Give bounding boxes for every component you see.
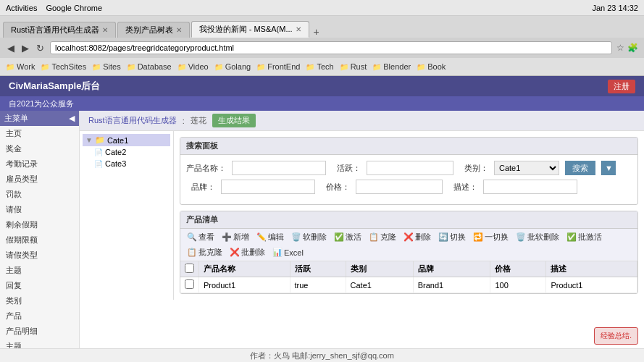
product-list-header: 产品清单 <box>180 211 637 229</box>
table-row: Product1 true Cate1 Brand1 100 Product1 <box>180 277 637 293</box>
tab-0-close[interactable]: ✕ <box>102 26 108 34</box>
sidebar-collapse-icon[interactable]: ◀ <box>69 114 75 123</box>
row-desc: Product1 <box>546 277 637 293</box>
bookmark-book-label: Book <box>427 62 446 71</box>
sidebar-item-leave[interactable]: 请假 <box>0 202 79 217</box>
tab-add-button[interactable]: + <box>311 26 322 38</box>
col-desc: 描述 <box>546 261 637 277</box>
brand-label: 品牌： <box>186 182 215 193</box>
tree-child-cate3[interactable]: 📄 Cate3 <box>91 158 170 169</box>
tree-toggle-icon[interactable]: ▼ <box>85 136 93 144</box>
bookmark-techsites[interactable]: 📁 TechSites <box>41 62 86 71</box>
sidebar-item-fine[interactable]: 罚款 <box>0 187 79 202</box>
price-input[interactable] <box>356 180 443 194</box>
row-checkbox[interactable] <box>185 279 194 289</box>
bookmark-database-label: Database <box>138 62 172 71</box>
toolbar-view-btn[interactable]: 🔍 查看 <box>185 231 217 243</box>
desc-input[interactable] <box>483 180 577 194</box>
right-panels: 搜索面板 产品名称： 活跃： 类别： Cate1 <box>174 131 644 300</box>
os-activities[interactable]: Activities <box>6 4 37 12</box>
bookmark-work[interactable]: 📁 Work <box>6 62 35 71</box>
search-button[interactable]: 搜索 <box>565 161 595 175</box>
reload-button[interactable]: ↻ <box>35 43 46 54</box>
sidebar-item-category[interactable]: 类别 <box>0 293 79 308</box>
tab-1-close[interactable]: ✕ <box>176 26 182 34</box>
register-button[interactable]: 注册 <box>608 80 635 93</box>
app-sub-header: 自2021为公众服务 <box>0 96 644 111</box>
bookmark-video-label: Video <box>188 62 209 71</box>
toolbar-toggle-btn[interactable]: 🔄 切换 <box>436 231 468 243</box>
tree-child-cate2[interactable]: 📄 Cate2 <box>91 146 170 158</box>
product-name-input[interactable] <box>232 161 326 175</box>
brand-input[interactable] <box>221 180 315 194</box>
product-table: 产品名称 活跃 类别 品牌 价格 描述 <box>180 261 637 293</box>
bookmark-rust-label: Rust <box>351 62 367 71</box>
sidebar-item-home[interactable]: 主页 <box>0 126 79 141</box>
sidebar-item-leave-type[interactable]: 请假类型 <box>0 248 79 263</box>
sidebar-item-product-detail[interactable]: 产品明细 <box>0 324 79 339</box>
sidebar-item-topic1[interactable]: 主题 <box>0 263 79 278</box>
bookmark-database[interactable]: 📁 Database <box>127 62 172 71</box>
watermark-text: 经验总结. <box>601 332 632 340</box>
folder-icon: 📁 <box>340 63 348 71</box>
tab-2-close[interactable]: ✕ <box>296 25 301 33</box>
bookmark-star-icon[interactable]: ☆ <box>616 43 624 53</box>
nav-breadcrumb[interactable]: Rust语言通用代码生成器 <box>88 115 177 126</box>
browser-chrome: Rust语言通用代码生成器 ✕ 类别产品树表 ✕ 我投遊的新闻 - MS&A(M… <box>0 16 644 76</box>
folder-icon: 📁 <box>6 63 14 71</box>
folder-icon: 📁 <box>95 135 105 145</box>
toolbar-edit-btn[interactable]: ✏️ 编辑 <box>254 231 286 243</box>
toolbar-batch-delete-btn[interactable]: ❌ 批删除 <box>227 246 267 258</box>
bookmark-techsites-label: TechSites <box>51 62 86 71</box>
tab-1[interactable]: 类别产品树表 ✕ <box>117 22 190 38</box>
sidebar-item-remaining-leave[interactable]: 剩余假期 <box>0 217 79 232</box>
tab-bar: Rust语言通用代码生成器 ✕ 类别产品树表 ✕ 我投遊的新闻 - MS&A(M… <box>0 16 644 38</box>
footer-text: 作者：火鸟 电邮:jerry_shen_sjf@qq.com <box>250 351 394 360</box>
category-select[interactable]: Cate1 <box>494 161 559 175</box>
extensions-icon[interactable]: 🧩 <box>627 43 638 53</box>
toolbar-excel-btn[interactable]: 📊 Excel <box>270 247 306 258</box>
sidebar-item-bonus[interactable]: 奖金 <box>0 141 79 156</box>
folder-icon: 📁 <box>177 63 186 71</box>
bookmark-book[interactable]: 📁 Book <box>417 62 446 71</box>
bookmark-video[interactable]: 📁 Video <box>177 62 209 71</box>
bookmark-sites[interactable]: 📁 Sites <box>92 62 120 71</box>
generate-button[interactable]: 生成结果 <box>212 114 256 127</box>
os-app-name: Google Chrome <box>46 4 102 12</box>
bookmark-tech-label: Tech <box>317 62 333 71</box>
desc-label: 描述： <box>448 182 477 193</box>
toolbar-toggle-all-btn[interactable]: 🔁 一切换 <box>471 231 511 243</box>
toolbar-batch-activate-btn[interactable]: ✅ 批激活 <box>564 231 604 243</box>
sidebar-item-reply[interactable]: 回复 <box>0 278 79 293</box>
toolbar-batch-soft-delete-btn[interactable]: 🗑️ 批软删除 <box>514 231 561 243</box>
sidebar-item-attendance[interactable]: 考勤记录 <box>0 156 79 172</box>
toolbar-clone-btn[interactable]: 📋 克隆 <box>367 231 398 243</box>
bookmark-tech[interactable]: 📁 Tech <box>306 62 333 71</box>
bookmark-golang[interactable]: 📁 Golang <box>214 62 251 71</box>
tab-0[interactable]: Rust语言通用代码生成器 ✕ <box>3 22 116 38</box>
sidebar-item-topic2[interactable]: 主题 <box>0 339 79 348</box>
sidebar-item-employee-type[interactable]: 雇员类型 <box>0 172 79 187</box>
tree-child-cate2-label: Cate2 <box>105 148 126 156</box>
tree-and-panels: ▼ 📁 Cate1 📄 Cate2 📄 Cate3 <box>80 131 644 300</box>
tab-2[interactable]: 我投遊的新闻 - MS&A(M... ✕ <box>191 21 309 38</box>
toolbar-activate-btn[interactable]: ✅ 激活 <box>332 231 364 243</box>
select-all-checkbox[interactable] <box>185 264 194 273</box>
back-button[interactable]: ◀ <box>6 43 16 54</box>
tree-node-cate1[interactable]: ▼ 📁 Cate1 <box>83 134 170 146</box>
bookmark-blender[interactable]: 📁 Blender <box>372 62 411 71</box>
sidebar-item-leave-quota[interactable]: 假期限额 <box>0 232 79 248</box>
toolbar-delete-btn[interactable]: ❌ 删除 <box>401 231 433 243</box>
search-dropdown-button[interactable]: ▼ <box>601 161 616 175</box>
bookmark-rust[interactable]: 📁 Rust <box>340 62 367 71</box>
toolbar-batch-clone-btn[interactable]: 📋 批克隆 <box>185 246 225 258</box>
toolbar-add-btn[interactable]: ➕ 新增 <box>219 231 251 243</box>
forward-button[interactable]: ▶ <box>20 43 30 54</box>
folder-icon: 📁 <box>92 63 101 71</box>
url-input[interactable] <box>50 41 612 54</box>
active-input[interactable] <box>367 161 453 175</box>
toolbar-soft-delete-btn[interactable]: 🗑️ 软删除 <box>289 231 329 243</box>
bookmark-blender-label: Blender <box>383 62 411 71</box>
bookmark-frontend[interactable]: 📁 FrontEnd <box>256 62 300 71</box>
sidebar-item-product[interactable]: 产品 <box>0 308 79 324</box>
